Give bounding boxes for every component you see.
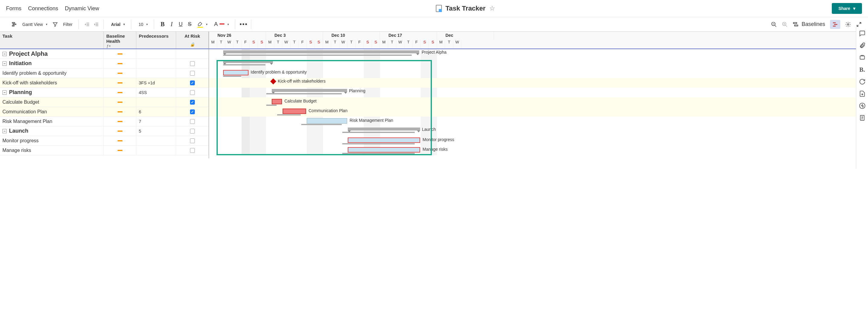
nav-connections[interactable]: Connections: [28, 5, 58, 12]
task-name-cell[interactable]: Monitor progress: [0, 136, 104, 145]
col-header-baseline-health[interactable]: Baseline Healthƒ×: [104, 32, 136, 48]
favorite-star-icon[interactable]: ☆: [489, 4, 495, 12]
predecessors-cell[interactable]: 7: [136, 117, 176, 126]
underline-icon[interactable]: U: [178, 22, 184, 27]
baseline-health-cell[interactable]: [104, 117, 136, 126]
predecessors-cell[interactable]: [136, 49, 176, 59]
table-row[interactable]: −Project Alpha: [0, 49, 209, 59]
bar-manage-risks[interactable]: [348, 147, 420, 153]
collapse-toggle[interactable]: −: [2, 62, 7, 66]
table-row[interactable]: Risk Management Plan7: [0, 117, 209, 126]
at-risk-cell[interactable]: [176, 88, 209, 97]
brand-icon[interactable]: B.: [859, 66, 866, 73]
publish-icon[interactable]: [859, 91, 866, 97]
collapse-toggle[interactable]: −: [2, 91, 7, 95]
expand-icon[interactable]: [856, 22, 862, 27]
font-family-select[interactable]: Arial: [109, 21, 127, 28]
summary-icon[interactable]: [859, 114, 866, 121]
predecessors-cell[interactable]: [136, 136, 176, 145]
at-risk-checkbox[interactable]: [190, 129, 195, 134]
task-name-cell[interactable]: −Planning: [0, 88, 104, 97]
sheet-title[interactable]: Task Tracker: [445, 4, 486, 12]
baselines-button[interactable]: Baselines: [793, 21, 825, 28]
at-risk-cell[interactable]: [176, 49, 209, 59]
at-risk-checkbox[interactable]: [190, 61, 195, 66]
more-icon[interactable]: •••: [241, 22, 247, 27]
table-row[interactable]: Identify problem & opportunity: [0, 68, 209, 78]
table-row[interactable]: Monitor progress: [0, 136, 209, 145]
baseline-health-cell[interactable]: [104, 88, 136, 97]
comments-icon[interactable]: [859, 30, 866, 37]
at-risk-cell[interactable]: [176, 78, 209, 88]
at-risk-cell[interactable]: [176, 145, 209, 155]
at-risk-checkbox[interactable]: [190, 71, 195, 76]
zoom-out-icon[interactable]: [771, 22, 777, 27]
refresh-icon[interactable]: [859, 78, 866, 85]
col-header-task[interactable]: Task: [0, 32, 104, 48]
at-risk-checkbox[interactable]: [190, 100, 195, 105]
font-size-select[interactable]: 10: [136, 21, 150, 28]
col-header-predecessors[interactable]: Predecessors: [136, 32, 176, 48]
at-risk-cell[interactable]: [176, 136, 209, 145]
table-row[interactable]: −Initiation: [0, 59, 209, 68]
baseline-health-cell[interactable]: [104, 136, 136, 145]
at-risk-cell[interactable]: [176, 68, 209, 78]
predecessors-cell[interactable]: [136, 59, 176, 68]
task-name-cell[interactable]: Identify problem & opportunity: [0, 68, 104, 78]
proof-icon[interactable]: [859, 54, 866, 61]
predecessors-cell[interactable]: [136, 97, 176, 107]
at-risk-cell[interactable]: [176, 59, 209, 68]
baseline-health-cell[interactable]: [104, 107, 136, 117]
at-risk-checkbox[interactable]: [190, 90, 195, 95]
task-name-cell[interactable]: Calculate Budget: [0, 97, 104, 107]
task-name-cell[interactable]: −Project Alpha: [0, 49, 104, 59]
gantt-chart[interactable]: Nov 26Dec 3Dec 10Dec 17Dec MTWTFSSMTWTFS…: [209, 32, 868, 158]
indent-icon[interactable]: [93, 22, 99, 27]
task-name-cell[interactable]: Manage risks: [0, 145, 104, 155]
bar-comm-plan[interactable]: [283, 108, 306, 114]
bar-planning[interactable]: [272, 89, 347, 92]
gantt-view-icon[interactable]: [11, 22, 18, 27]
task-name-cell[interactable]: Kick-off with stakeholders: [0, 78, 104, 88]
predecessors-cell[interactable]: 3FS +1d: [136, 78, 176, 88]
attachments-icon[interactable]: [859, 42, 866, 49]
at-risk-checkbox[interactable]: [190, 119, 195, 124]
baseline-health-cell[interactable]: [104, 145, 136, 155]
table-row[interactable]: Calculate Budget: [0, 97, 209, 107]
share-button[interactable]: Share ▾: [832, 3, 862, 14]
col-header-at-risk[interactable]: At Risk🔒: [176, 32, 209, 48]
critical-path-button[interactable]: [830, 20, 840, 29]
collapse-toggle[interactable]: −: [2, 129, 7, 133]
at-risk-cell[interactable]: [176, 97, 209, 107]
task-name-cell[interactable]: Communication Plan: [0, 107, 104, 117]
at-risk-cell[interactable]: [176, 107, 209, 117]
at-risk-checkbox[interactable]: [190, 138, 195, 143]
table-row[interactable]: −Launch5: [0, 126, 209, 136]
bar-project-alpha[interactable]: [223, 51, 419, 53]
bar-risk-mgmt[interactable]: [307, 118, 347, 124]
bar-initiation[interactable]: [223, 60, 273, 63]
task-name-cell[interactable]: −Launch: [0, 126, 104, 136]
collapse-toggle[interactable]: −: [2, 52, 7, 56]
nav-forms[interactable]: Forms: [6, 5, 22, 12]
table-row[interactable]: Communication Plan6: [0, 107, 209, 117]
baseline-health-cell[interactable]: [104, 97, 136, 107]
activity-icon[interactable]: [859, 102, 866, 109]
table-row[interactable]: −Planning4SS: [0, 88, 209, 97]
settings-gear-icon[interactable]: [845, 22, 851, 27]
bar-launch[interactable]: [348, 128, 420, 131]
at-risk-cell[interactable]: [176, 126, 209, 136]
baseline-health-cell[interactable]: [104, 68, 136, 78]
at-risk-checkbox[interactable]: [190, 148, 195, 153]
bar-calc-budget[interactable]: [272, 99, 282, 104]
zoom-in-icon[interactable]: [782, 22, 788, 27]
at-risk-checkbox[interactable]: [190, 109, 195, 114]
task-name-cell[interactable]: −Initiation: [0, 59, 104, 68]
baseline-health-cell[interactable]: [104, 126, 136, 136]
bar-identify[interactable]: [223, 70, 249, 75]
bar-monitor[interactable]: [348, 137, 420, 143]
predecessors-cell[interactable]: 6: [136, 107, 176, 117]
filter-button[interactable]: Filter: [61, 21, 74, 28]
bold-icon[interactable]: B: [159, 22, 165, 27]
task-name-cell[interactable]: Risk Management Plan: [0, 117, 104, 126]
